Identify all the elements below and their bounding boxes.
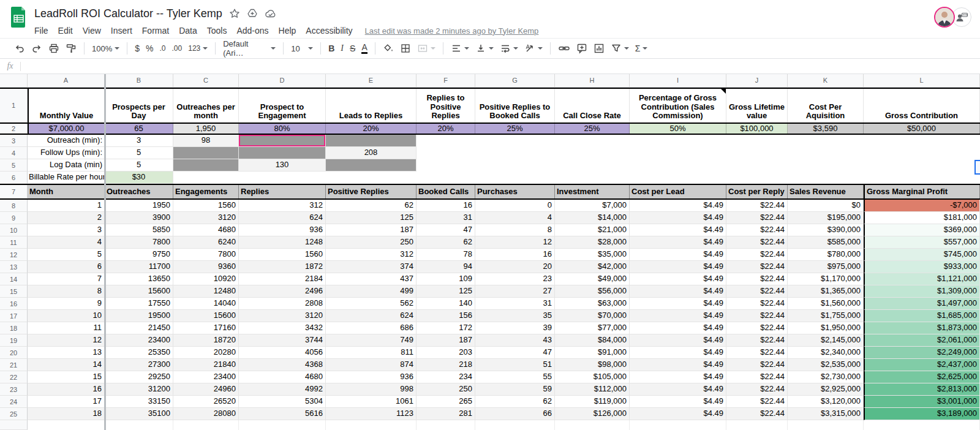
cell-B7[interactable]: Outreaches [105,185,173,198]
cell-G23[interactable]: 59 [475,383,555,396]
cell-F1[interactable]: Replies to Positive Replies [417,89,475,123]
cell-A13[interactable]: 6 [28,261,105,273]
cell-B9[interactable]: 3900 [105,212,173,224]
column-header-J[interactable]: J [726,74,788,88]
cell-C7[interactable]: Engagements [173,185,239,198]
cell-E25[interactable]: 1123 [326,408,417,420]
cell-L8[interactable]: -$7,000 [864,200,980,212]
cell-A17[interactable]: 10 [28,310,105,322]
cell-J17[interactable]: $22.44 [726,310,788,322]
cell-D3[interactable] [239,135,326,147]
row-header-26[interactable] [0,420,28,430]
cell-C1[interactable]: Outreaches per month [173,89,239,123]
cell-I10[interactable]: $4.49 [630,224,726,236]
cell-L3[interactable] [864,135,980,147]
cell-D18[interactable]: 3432 [239,322,326,334]
cell-J6[interactable] [726,172,788,184]
cell-G3[interactable] [475,135,555,147]
row-header-15[interactable]: 15 [0,285,28,298]
cell-E13[interactable]: 374 [326,261,417,273]
cell-I9[interactable]: $4.49 [630,212,726,224]
cell-I19[interactable]: $4.49 [630,334,726,347]
cell-J26[interactable] [726,420,788,430]
document-title[interactable]: LeadRoll ROI Calculator -- Tyler Kemp [34,7,222,20]
cell-K16[interactable]: $1,560,000 [788,298,864,310]
cell-C6[interactable] [173,172,239,184]
cell-A10[interactable]: 3 [28,224,105,236]
cell-B4[interactable]: 5 [105,147,173,159]
cell-J23[interactable]: $22.44 [726,383,788,396]
document-status-cloud-icon[interactable] [265,9,277,18]
cell-B3[interactable]: 3 [105,135,173,147]
cell-K4[interactable] [788,147,864,159]
column-header-G[interactable]: G [475,74,555,88]
cell-K8[interactable]: $0 [788,200,864,212]
cell-F6[interactable] [417,172,475,184]
cell-B18[interactable]: 21450 [105,322,173,334]
cell-L10[interactable]: $369,000 [864,224,980,236]
sheets-logo[interactable] [10,6,27,28]
row-header-19[interactable]: 19 [0,334,28,347]
cell-H14[interactable]: $49,000 [555,273,630,285]
cell-A2[interactable]: $7,000.00 [28,124,105,134]
cell-D4[interactable] [239,147,326,159]
cell-B15[interactable]: 15600 [105,285,173,298]
cell-G2[interactable]: 25% [475,124,555,134]
cell-E14[interactable]: 437 [326,273,417,285]
row-header-2[interactable]: 2 [0,124,28,134]
cell-D12[interactable]: 1560 [239,249,326,261]
column-header-I[interactable]: I [630,74,726,88]
cell-B20[interactable]: 25350 [105,347,173,359]
cell-E18[interactable]: 686 [326,322,417,334]
row-header-14[interactable]: 14 [0,273,28,285]
cell-D20[interactable]: 4056 [239,347,326,359]
font-size-select[interactable]: 10 [288,40,316,56]
cell-J14[interactable]: $22.44 [726,273,788,285]
cell-A8[interactable]: 1 [28,200,105,212]
cell-H25[interactable]: $126,000 [555,408,630,420]
more-formats-button[interactable]: 123 [185,40,211,56]
cell-K11[interactable]: $585,000 [788,236,864,249]
bold-button[interactable]: B [325,40,337,56]
cell-C2[interactable]: 1,950 [173,124,239,134]
cell-I12[interactable]: $4.49 [630,249,726,261]
cell-E21[interactable]: 874 [326,359,417,371]
menu-accessibility[interactable]: Accessibility [301,25,357,37]
menu-add-ons[interactable]: Add-ons [232,25,273,37]
cell-K6[interactable] [788,172,864,184]
cell-I3[interactable] [630,135,726,147]
cell-H8[interactable]: $7,000 [555,200,630,212]
formula-input[interactable] [26,59,980,74]
cell-C16[interactable]: 14040 [173,298,239,310]
cell-I11[interactable]: $4.49 [630,236,726,249]
column-header-A[interactable]: A [28,74,105,88]
cell-A26[interactable] [28,420,105,430]
cell-K9[interactable]: $195,000 [788,212,864,224]
cell-B21[interactable]: 27300 [105,359,173,371]
row-header-8[interactable]: 8 [0,200,28,212]
cell-G10[interactable]: 8 [475,224,555,236]
cell-L16[interactable]: $1,497,000 [864,298,980,310]
cell-J2[interactable]: $100,000 [726,124,788,134]
row-header-7[interactable]: 7 [0,185,28,198]
cell-D21[interactable]: 4368 [239,359,326,371]
cell-I17[interactable]: $4.49 [630,310,726,322]
cell-E26[interactable] [326,420,417,430]
cell-K15[interactable]: $1,365,000 [788,285,864,298]
cell-C9[interactable]: 3120 [173,212,239,224]
cell-K10[interactable]: $390,000 [788,224,864,236]
cell-E6[interactable] [326,172,417,184]
cell-L19[interactable]: $2,061,000 [864,334,980,347]
cell-I20[interactable]: $4.49 [630,347,726,359]
cell-E16[interactable]: 562 [326,298,417,310]
cell-C14[interactable]: 10920 [173,273,239,285]
cell-I16[interactable]: $4.49 [630,298,726,310]
cell-C4[interactable] [173,147,239,159]
cell-L24[interactable]: $3,001,000 [864,396,980,408]
cell-B11[interactable]: 7800 [105,236,173,249]
cell-D9[interactable]: 624 [239,212,326,224]
cell-F9[interactable]: 31 [417,212,475,224]
cell-G15[interactable]: 27 [475,285,555,298]
cell-L22[interactable]: $2,625,000 [864,371,980,383]
cell-C3[interactable]: 98 [173,135,239,147]
